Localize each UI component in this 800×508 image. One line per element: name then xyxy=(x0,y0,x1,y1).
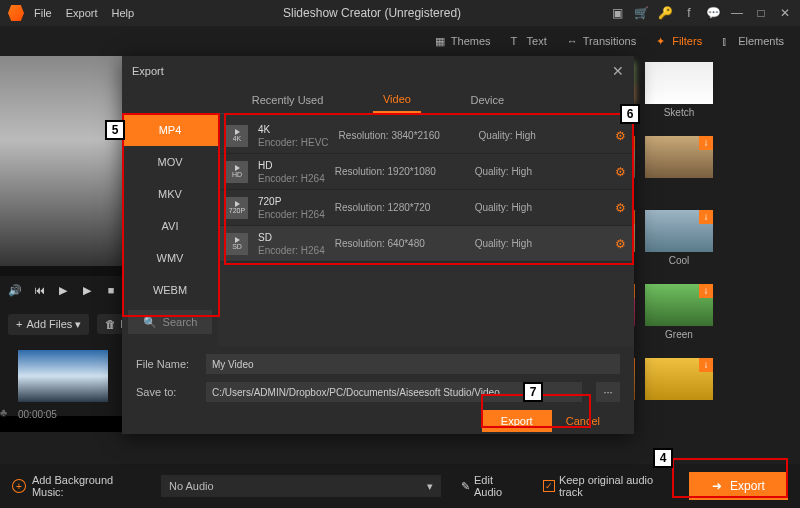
filters-icon: ✦ xyxy=(656,35,668,47)
dialog-tab-device[interactable]: Device xyxy=(461,86,515,113)
format-list: MP4 MOV MKV AVI WMV WEBM 🔍Search xyxy=(122,114,218,346)
dialog-header: Export ✕ xyxy=(122,56,634,86)
preset-icon: SD xyxy=(226,233,248,255)
preset-4k[interactable]: 4K 4KEncoder: HEVC Resolution: 3840*2160… xyxy=(218,118,634,154)
tab-filters[interactable]: ✦Filters xyxy=(650,31,708,51)
saveto-label: Save to: xyxy=(136,386,196,398)
format-wmv[interactable]: WMV xyxy=(122,242,218,274)
download-icon: ↓ xyxy=(699,284,713,298)
dialog-footer: File Name: My Video Save to: C:/Users/AD… xyxy=(122,346,634,440)
download-icon: ↓ xyxy=(699,358,713,372)
browse-button[interactable]: ··· xyxy=(596,382,620,402)
add-files-button[interactable]: +Add Files ▾ xyxy=(8,314,89,335)
download-icon: ↓ xyxy=(699,136,713,150)
preset-720p[interactable]: 720P 720PEncoder: H264 Resolution: 1280*… xyxy=(218,190,634,226)
dialog-close-icon[interactable]: ✕ xyxy=(612,63,624,79)
format-avi[interactable]: AVI xyxy=(122,210,218,242)
trash-icon: 🗑 xyxy=(105,318,116,330)
gear-icon[interactable]: ⚙ xyxy=(615,129,626,143)
gear-icon[interactable]: ⚙ xyxy=(615,237,626,251)
stop-icon[interactable]: ■ xyxy=(104,283,118,297)
preset-list: 4K 4KEncoder: HEVC Resolution: 3840*2160… xyxy=(218,114,634,346)
tab-elements[interactable]: ⫿Elements xyxy=(716,31,790,51)
prev-frame-icon[interactable]: ⏮ xyxy=(32,283,46,297)
callout-5: 5 xyxy=(105,120,125,140)
key-icon[interactable]: 🔑 xyxy=(658,6,672,20)
transitions-icon: ↔ xyxy=(567,35,579,47)
menu-help[interactable]: Help xyxy=(112,7,135,19)
add-music-button[interactable]: + Add Background Music: xyxy=(12,474,147,498)
volume-icon[interactable]: 🔊 xyxy=(8,283,22,297)
dialog-title: Export xyxy=(132,65,164,77)
facebook-icon[interactable]: f xyxy=(682,6,696,20)
chevron-down-icon: ▾ xyxy=(427,480,433,493)
feedback-icon[interactable]: 💬 xyxy=(706,6,720,20)
format-mov[interactable]: MOV xyxy=(122,146,218,178)
export-icon: ➜ xyxy=(712,479,722,493)
cart-icon[interactable]: 🛒 xyxy=(634,6,648,20)
format-mkv[interactable]: MKV xyxy=(122,178,218,210)
callout-6: 6 xyxy=(620,104,640,124)
pencil-icon: ✎ xyxy=(461,480,470,493)
play-icon[interactable]: ▶ xyxy=(56,283,70,297)
preset-icon: HD xyxy=(226,161,248,183)
dialog-export-button[interactable]: Export xyxy=(482,410,552,432)
clip-thumb[interactable]: ♣ 00:00:05 xyxy=(18,350,108,402)
tab-transitions[interactable]: ↔Transitions xyxy=(561,31,642,51)
preset-icon: 4K xyxy=(226,125,248,147)
tab-text[interactable]: TText xyxy=(505,31,553,51)
text-icon: T xyxy=(511,35,523,47)
checkbox-icon: ✓ xyxy=(543,480,555,492)
bottom-bar: + Add Background Music: No Audio ▾ ✎Edit… xyxy=(0,464,800,508)
keep-audio-checkbox[interactable]: ✓Keep original audio track xyxy=(543,474,679,498)
window-buttons: ▣ 🛒 🔑 f 💬 — □ ✕ xyxy=(610,6,792,20)
next-frame-icon[interactable]: ▶ xyxy=(80,283,94,297)
preset-sd[interactable]: SD SDEncoder: H264 Resolution: 640*480 Q… xyxy=(218,226,634,262)
menu-export[interactable]: Export xyxy=(66,7,98,19)
callout-4: 4 xyxy=(653,448,673,468)
dialog-tab-video[interactable]: Video xyxy=(373,86,421,113)
export-button[interactable]: ➜Export xyxy=(689,472,788,500)
filter-item[interactable]: ↓Cool xyxy=(645,210,713,268)
filter-item[interactable]: ↓Green xyxy=(645,284,713,342)
save-icon[interactable]: ▣ xyxy=(610,6,624,20)
main-menu: File Export Help xyxy=(34,7,134,19)
filename-input[interactable]: My Video xyxy=(206,354,620,374)
dialog-tab-recent[interactable]: Recently Used xyxy=(242,86,334,113)
preset-hd[interactable]: HD HDEncoder: H264 Resolution: 1920*1080… xyxy=(218,154,634,190)
format-search[interactable]: 🔍Search xyxy=(128,310,212,334)
menu-file[interactable]: File xyxy=(34,7,52,19)
plus-circle-icon: + xyxy=(12,479,26,493)
maximize-icon[interactable]: □ xyxy=(754,6,768,20)
titlebar: File Export Help Slideshow Creator (Unre… xyxy=(0,0,800,26)
window-title: Slideshow Creator (Unregistered) xyxy=(134,6,610,20)
dialog-cancel-button[interactable]: Cancel xyxy=(566,410,600,432)
audio-select[interactable]: No Audio ▾ xyxy=(161,475,441,497)
format-webm[interactable]: WEBM xyxy=(122,274,218,306)
plus-icon: + xyxy=(16,318,22,330)
panel-tabs: ▦Themes TText ↔Transitions ✦Filters ⫿Ele… xyxy=(0,26,800,56)
gear-icon[interactable]: ⚙ xyxy=(615,165,626,179)
preset-icon: 720P xyxy=(226,197,248,219)
dialog-tabs: Recently Used Video Device xyxy=(122,86,634,114)
gear-icon[interactable]: ⚙ xyxy=(615,201,626,215)
filter-item[interactable]: ↓ xyxy=(645,136,713,194)
app-logo-icon xyxy=(8,5,24,21)
format-mp4[interactable]: MP4 xyxy=(122,114,218,146)
search-icon: 🔍 xyxy=(143,316,157,329)
transition-dot-icon[interactable]: ♣ xyxy=(0,406,7,418)
clip-duration: 00:00:05 xyxy=(18,409,57,420)
themes-icon: ▦ xyxy=(435,35,447,47)
tab-themes[interactable]: ▦Themes xyxy=(429,31,497,51)
elements-icon: ⫿ xyxy=(722,35,734,47)
filename-label: File Name: xyxy=(136,358,196,370)
download-icon: ↓ xyxy=(699,210,713,224)
close-icon[interactable]: ✕ xyxy=(778,6,792,20)
filter-item[interactable]: Sketch xyxy=(645,62,713,120)
filter-item[interactable]: ↓ xyxy=(645,358,713,416)
export-dialog: Export ✕ Recently Used Video Device MP4 … xyxy=(122,56,634,434)
callout-7: 7 xyxy=(523,382,543,402)
minimize-icon[interactable]: — xyxy=(730,6,744,20)
dialog-body: MP4 MOV MKV AVI WMV WEBM 🔍Search 4K 4KEn… xyxy=(122,114,634,346)
edit-audio-button[interactable]: ✎Edit Audio xyxy=(461,474,523,498)
